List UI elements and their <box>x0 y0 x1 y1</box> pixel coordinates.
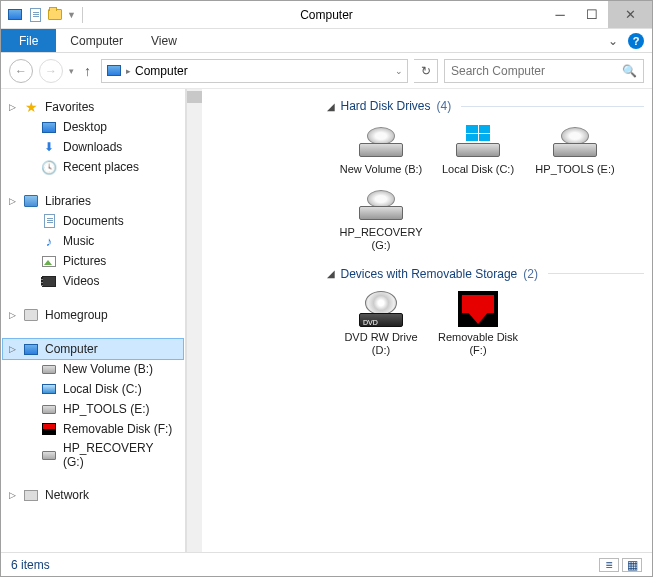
sidebar-item-music[interactable]: ♪ Music <box>3 231 183 251</box>
close-button[interactable]: ✕ <box>608 1 652 28</box>
drive-label: Local Disk (C:) <box>442 163 514 176</box>
collapse-icon[interactable]: ▷ <box>9 102 16 112</box>
address-bar[interactable]: ▸ Computer ⌄ <box>101 59 408 83</box>
group-divider <box>548 273 644 274</box>
icons-view-button[interactable]: ▦ <box>622 558 642 572</box>
music-icon: ♪ <box>41 233 57 249</box>
drive-label: HP_TOOLS (E:) <box>535 163 614 176</box>
title-bar: ▼ Computer ─ ☐ ✕ <box>1 1 652 29</box>
drive-item-local-disk[interactable]: Local Disk (C:) <box>436 121 521 176</box>
history-dropdown-icon[interactable]: ▾ <box>69 66 74 76</box>
sidebar-item-label: Desktop <box>63 120 107 134</box>
libraries-icon <box>23 193 39 209</box>
hdd-icon <box>551 121 599 161</box>
breadcrumb-separator-icon[interactable]: ▸ <box>126 66 131 76</box>
homegroup-icon <box>23 307 39 323</box>
group-count: (2) <box>523 267 538 281</box>
new-folder-qat-icon[interactable] <box>47 7 63 23</box>
drive-icon <box>41 361 57 377</box>
details-view-button[interactable]: ≡ <box>599 558 619 572</box>
computer-header[interactable]: ▷ Computer <box>3 339 183 359</box>
ribbon-expand-icon[interactable]: ⌄ <box>600 29 626 52</box>
sidebar-item-hp-recovery[interactable]: HP_RECOVERY (G:) <box>3 439 183 471</box>
hdd-windows-icon <box>454 121 502 161</box>
recent-icon: 🕓 <box>41 159 57 175</box>
sidebar-item-recent[interactable]: 🕓 Recent places <box>3 157 183 177</box>
drive-label: Removable Disk (F:) <box>436 331 521 357</box>
sidebar-item-label: Music <box>63 234 94 248</box>
drive-item-removable-disk[interactable]: Removable Disk (F:) <box>436 289 521 357</box>
file-tab[interactable]: File <box>1 29 56 52</box>
collapse-icon[interactable]: ▷ <box>9 490 16 500</box>
computer-address-icon <box>106 63 122 79</box>
qat-dropdown-icon[interactable]: ▼ <box>67 10 76 20</box>
removable-disk-icon <box>454 289 502 329</box>
tab-view[interactable]: View <box>137 29 191 52</box>
sidebar-item-new-volume[interactable]: New Volume (B:) <box>3 359 183 379</box>
search-input[interactable] <box>451 64 622 78</box>
help-icon[interactable]: ? <box>628 33 644 49</box>
group-header-removable[interactable]: ◢ Devices with Removable Storage (2) <box>327 267 645 281</box>
sidebar-item-label: HP_TOOLS (E:) <box>63 402 149 416</box>
sidebar-item-documents[interactable]: Documents <box>3 211 183 231</box>
desktop-icon <box>41 119 57 135</box>
back-button[interactable]: ← <box>9 59 33 83</box>
removable-icon <box>41 421 57 437</box>
star-icon: ★ <box>23 99 39 115</box>
sidebar-item-removable[interactable]: Removable Disk (F:) <box>3 419 183 439</box>
scrollbar-thumb[interactable] <box>187 91 202 103</box>
maximize-button[interactable]: ☐ <box>576 1 608 28</box>
sidebar-item-local-disk[interactable]: Local Disk (C:) <box>3 379 183 399</box>
sidebar-scrollbar[interactable] <box>186 89 202 552</box>
content-pane: ◢ Hard Disk Drives (4) New Volume (B:) L… <box>319 89 653 552</box>
tab-computer[interactable]: Computer <box>56 29 137 52</box>
computer-group: ▷ Computer New Volume (B:) Local Disk (C… <box>3 339 183 471</box>
breadcrumb-computer[interactable]: Computer <box>135 64 188 78</box>
sidebar-item-label: Documents <box>63 214 124 228</box>
refresh-button[interactable]: ↻ <box>414 59 438 83</box>
drive-item-hp-recovery[interactable]: HP_RECOVERY (G:) <box>339 184 424 252</box>
drive-item-dvd[interactable]: DVD DVD RW Drive (D:) <box>339 289 424 357</box>
minimize-button[interactable]: ─ <box>544 1 576 28</box>
address-dropdown-icon[interactable]: ⌄ <box>395 66 403 76</box>
computer-qat-icon[interactable] <box>7 7 23 23</box>
collapse-icon[interactable]: ▷ <box>9 196 16 206</box>
collapse-icon[interactable]: ▷ <box>9 310 16 320</box>
drive-item-new-volume[interactable]: New Volume (B:) <box>339 121 424 176</box>
sidebar-item-hp-tools[interactable]: HP_TOOLS (E:) <box>3 399 183 419</box>
homegroup-header[interactable]: ▷ Homegroup <box>3 305 183 325</box>
drive-label: New Volume (B:) <box>340 163 423 176</box>
status-item-count: 6 items <box>11 558 50 572</box>
sidebar-item-pictures[interactable]: Pictures <box>3 251 183 271</box>
group-title: Hard Disk Drives <box>341 99 431 113</box>
collapse-icon[interactable]: ◢ <box>327 101 335 112</box>
sidebar-item-downloads[interactable]: ⬇ Downloads <box>3 137 183 157</box>
hdd-icon <box>357 121 405 161</box>
properties-qat-icon[interactable] <box>27 7 43 23</box>
search-icon[interactable]: 🔍 <box>622 64 637 78</box>
sidebar-item-desktop[interactable]: Desktop <box>3 117 183 137</box>
sidebar-item-videos[interactable]: Videos <box>3 271 183 291</box>
downloads-icon: ⬇ <box>41 139 57 155</box>
window-controls: ─ ☐ ✕ <box>544 1 652 28</box>
computer-sidebar-icon <box>23 341 39 357</box>
group-header-hdd[interactable]: ◢ Hard Disk Drives (4) <box>327 99 645 113</box>
homegroup-label: Homegroup <box>45 308 108 322</box>
libraries-header[interactable]: ▷ Libraries <box>3 191 183 211</box>
navigation-bar: ← → ▾ ↑ ▸ Computer ⌄ ↻ 🔍 <box>1 53 652 89</box>
forward-button[interactable]: → <box>39 59 63 83</box>
local-disk-icon <box>41 381 57 397</box>
network-header[interactable]: ▷ Network <box>3 485 183 505</box>
collapse-icon[interactable]: ◢ <box>327 268 335 279</box>
sidebar-item-label: New Volume (B:) <box>63 362 153 376</box>
collapse-icon[interactable]: ▷ <box>9 344 16 354</box>
up-button[interactable]: ↑ <box>80 63 95 79</box>
drive-label: DVD RW Drive (D:) <box>339 331 424 357</box>
libraries-label: Libraries <box>45 194 91 208</box>
drive-item-hp-tools[interactable]: HP_TOOLS (E:) <box>533 121 618 176</box>
search-box[interactable]: 🔍 <box>444 59 644 83</box>
computer-label: Computer <box>45 342 98 356</box>
favorites-group: ▷ ★ Favorites Desktop ⬇ Downloads 🕓 Rece… <box>3 97 183 177</box>
libraries-group: ▷ Libraries Documents ♪ Music Pictures V… <box>3 191 183 291</box>
favorites-header[interactable]: ▷ ★ Favorites <box>3 97 183 117</box>
